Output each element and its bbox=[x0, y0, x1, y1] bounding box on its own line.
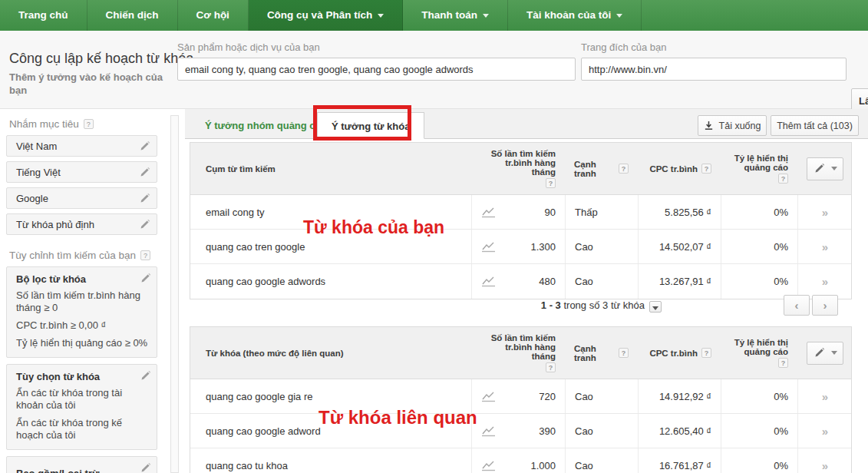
volume-cell: 1.000 bbox=[471, 448, 565, 473]
tab-keyword-ideas[interactable]: Ý tưởng từ khóa bbox=[317, 112, 424, 139]
pencil-icon[interactable] bbox=[140, 273, 151, 284]
planner-header: Công cụ lập kế hoạch từ khóa Thêm ý tưởn… bbox=[0, 31, 868, 109]
pagination: 1 - 3 trong số 3 từ khóa ‹ › bbox=[190, 295, 852, 318]
cpc-cell: 5.825,56 ₫ bbox=[638, 195, 721, 229]
nav-item-billing[interactable]: Thanh toán bbox=[403, 0, 508, 31]
help-icon[interactable]: ? bbox=[84, 119, 94, 129]
nav-label: Tài khoản của tôi bbox=[526, 0, 611, 31]
help-icon[interactable]: ? bbox=[546, 178, 556, 188]
col-cpc-label: CPC tr.bình bbox=[649, 349, 698, 358]
competition-cell: Cao bbox=[565, 230, 638, 263]
add-to-plan-icon[interactable]: » bbox=[822, 275, 829, 288]
download-button[interactable]: Tải xuống bbox=[698, 115, 767, 136]
volume-value: 1.300 bbox=[530, 241, 556, 253]
help-icon[interactable]: ? bbox=[701, 348, 711, 358]
impr-share-cell: 0% bbox=[721, 230, 797, 263]
add-to-plan-cell: » bbox=[797, 264, 853, 299]
trend-chart-icon[interactable] bbox=[481, 241, 496, 253]
impr-share-cell: 0% bbox=[721, 379, 797, 413]
help-icon[interactable]: ? bbox=[701, 164, 711, 174]
landing-field-label: Trang đích của bạn bbox=[581, 41, 667, 53]
col-avg-cpc: CPC tr.bình ? bbox=[638, 143, 721, 194]
add-to-plan-icon[interactable]: » bbox=[822, 390, 829, 403]
impr-share-cell: 0% bbox=[721, 448, 797, 473]
include-exclude-title: Bao gồm/Loại trừ bbox=[16, 468, 149, 473]
edit-columns-button[interactable] bbox=[807, 157, 843, 180]
next-page-button[interactable]: › bbox=[812, 295, 838, 316]
help-icon[interactable]: ? bbox=[778, 174, 788, 184]
add-to-plan-icon[interactable]: » bbox=[822, 240, 829, 253]
keyword-cell: quang cao tren google bbox=[190, 230, 471, 263]
pagination-range: 1 - 3 bbox=[541, 299, 561, 311]
add-all-label: Thêm tất cả (103) bbox=[777, 121, 853, 131]
nav-item-home[interactable]: Trang chủ bbox=[0, 0, 87, 31]
product-input[interactable] bbox=[177, 58, 576, 81]
edit-columns-button[interactable] bbox=[807, 342, 843, 365]
nav-item-opportunities[interactable]: Cơ hội bbox=[178, 0, 249, 31]
col-competition: Cạnh tranh ? bbox=[565, 327, 638, 379]
nav-label: Chiến dịch bbox=[106, 0, 159, 31]
sidebar-item-location[interactable]: Việt Nam bbox=[6, 135, 157, 157]
pencil-icon[interactable] bbox=[140, 370, 151, 382]
chevron-down-icon bbox=[831, 351, 837, 355]
nav-label: Cơ hội bbox=[196, 0, 229, 31]
add-to-plan-icon[interactable]: » bbox=[822, 425, 829, 438]
sidebar-item-negative-keywords[interactable]: Từ khóa phủ định bbox=[6, 213, 157, 235]
trend-chart-icon[interactable] bbox=[481, 276, 496, 287]
keyword-options-box[interactable]: Tùy chọn từ khóa Ẩn các từ khóa trong tà… bbox=[6, 364, 157, 450]
table-row: quang cao tren google 1.300 Cao 14.502,0… bbox=[190, 230, 851, 264]
nav-item-campaigns[interactable]: Chiến dịch bbox=[87, 0, 178, 31]
col-keywords-by-relevance: Từ khóa (theo mức độ liên quan) bbox=[190, 327, 471, 379]
impr-share-cell: 0% bbox=[721, 264, 797, 299]
table-row: quang cao google gia re 720 Cao 14.912,9… bbox=[190, 379, 851, 414]
col-actions bbox=[797, 143, 853, 194]
pencil-icon[interactable] bbox=[139, 193, 150, 204]
add-to-plan-cell: » bbox=[797, 379, 853, 413]
add-all-button[interactable]: Thêm tất cả (103) bbox=[771, 115, 859, 136]
help-icon[interactable]: ? bbox=[619, 164, 629, 174]
trend-chart-icon[interactable] bbox=[481, 425, 496, 437]
col-competition-label: Cạnh tranh bbox=[574, 344, 615, 362]
table-row: quang cao tu khoa 1.000 Cao 16.761,87 ₫ … bbox=[190, 448, 851, 473]
sidebar-item-language[interactable]: Tiếng Việt bbox=[6, 161, 157, 183]
include-exclude-box[interactable]: Bao gồm/Loại trừ bbox=[6, 456, 157, 473]
filter-cpc-line: CPC tr.bình ≥ 0,00 ₫ bbox=[16, 319, 149, 332]
prev-page-button[interactable]: ‹ bbox=[784, 295, 810, 316]
col-impr-label: Tỷ lệ hiển thị quảng cáo bbox=[730, 154, 788, 172]
pencil-icon[interactable] bbox=[139, 219, 150, 230]
add-to-plan-cell: » bbox=[797, 448, 853, 473]
cpc-cell: 14.912,92 ₫ bbox=[638, 379, 721, 413]
volume-cell: 390 bbox=[471, 414, 565, 448]
keyword-filters-box[interactable]: Bộ lọc từ khóa Số lần tìm kiếm tr.bình h… bbox=[6, 266, 157, 358]
help-icon[interactable]: ? bbox=[546, 362, 556, 372]
help-icon[interactable]: ? bbox=[619, 348, 629, 358]
volume-cell: 1.300 bbox=[471, 230, 565, 263]
trend-chart-icon[interactable] bbox=[481, 460, 496, 471]
help-icon[interactable]: ? bbox=[778, 358, 788, 368]
help-icon[interactable]: ? bbox=[140, 250, 150, 260]
add-to-plan-icon[interactable]: » bbox=[822, 459, 829, 472]
cpc-cell: 16.761,87 ₫ bbox=[638, 448, 721, 473]
col-ad-impr-share: Tỷ lệ hiển thị quảng cáo ? bbox=[721, 143, 797, 194]
page-size-dropdown-icon[interactable] bbox=[649, 301, 662, 313]
volume-cell: 90 bbox=[471, 195, 565, 229]
pencil-icon[interactable] bbox=[139, 141, 150, 152]
pencil-icon[interactable] bbox=[140, 462, 151, 473]
add-to-plan-icon[interactable]: » bbox=[822, 206, 829, 219]
trend-chart-icon[interactable] bbox=[481, 207, 496, 218]
col-cpc-label: CPC tr.bình bbox=[649, 164, 698, 174]
cpc-cell: 14.502,07 ₫ bbox=[638, 230, 721, 263]
sidebar-item-network[interactable]: Google bbox=[6, 187, 157, 209]
trend-chart-icon[interactable] bbox=[481, 391, 496, 402]
keyword-cell: quang cao google gia re bbox=[190, 379, 471, 413]
sidebar-scrollbar[interactable] bbox=[170, 115, 179, 473]
nav-item-my-account[interactable]: Tài khoản của tôi bbox=[508, 0, 642, 31]
landing-page-input[interactable] bbox=[581, 58, 847, 81]
pencil-icon[interactable] bbox=[139, 167, 150, 178]
download-icon bbox=[704, 121, 714, 131]
competition-cell: Cao bbox=[565, 379, 638, 413]
col-ad-impr-share: Tỷ lệ hiển thị quảng cáo ? bbox=[721, 327, 797, 379]
page-title: Công cụ lập kế hoạch từ khóa bbox=[9, 51, 193, 67]
nav-item-tools-analytics[interactable]: Công cụ và Phân tích bbox=[249, 0, 403, 31]
nav-label: Công cụ và Phân tích bbox=[267, 0, 372, 31]
